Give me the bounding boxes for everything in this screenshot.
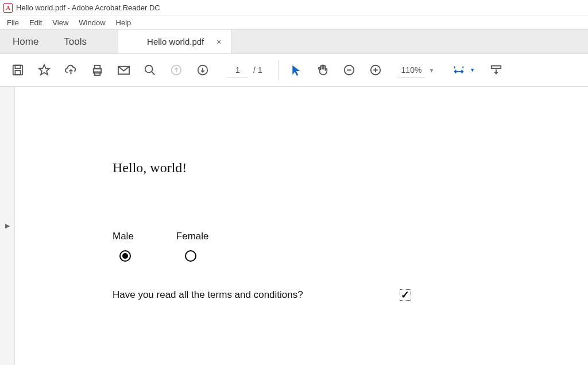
terms-checkbox[interactable]: ✓ — [400, 289, 411, 301]
zoom-level[interactable]: 110% — [398, 63, 425, 77]
svg-rect-17 — [492, 66, 501, 69]
window-title: Hello world.pdf - Adobe Acrobat Reader D… — [16, 3, 160, 12]
page-total-label: / 1 — [252, 65, 264, 75]
radio-male-label: Male — [113, 231, 134, 242]
hand-tool-icon[interactable] — [311, 58, 335, 82]
fit-dropdown-icon[interactable]: ▼ — [470, 67, 475, 73]
zoom-out-icon[interactable] — [337, 58, 361, 82]
menu-edit[interactable]: Edit — [25, 17, 47, 28]
pdf-page[interactable]: Hello, world! Male Female Have you read … — [15, 87, 588, 365]
tab-document[interactable]: Hello world.pdf × — [118, 30, 232, 53]
navigation-pane-toggle[interactable]: ▶ — [0, 87, 15, 365]
zoom-in-icon[interactable] — [363, 58, 388, 82]
chevron-right-icon: ▶ — [5, 222, 10, 230]
cloud-upload-icon[interactable] — [59, 58, 83, 82]
radio-male[interactable] — [119, 250, 131, 262]
svg-marker-3 — [39, 65, 49, 75]
fit-width-icon[interactable] — [447, 58, 471, 82]
radio-dot-icon — [122, 253, 128, 259]
svg-line-9 — [152, 72, 155, 75]
menu-file[interactable]: File — [2, 17, 24, 28]
save-icon[interactable] — [6, 58, 30, 82]
radio-female[interactable] — [185, 250, 196, 262]
toolbar: / 1 110% ▼ ▼ — [0, 54, 588, 87]
terms-label: Have you read all the terms and conditio… — [113, 289, 303, 301]
page-number-input[interactable] — [227, 63, 248, 77]
toolbar-separator — [278, 60, 278, 80]
svg-rect-2 — [15, 71, 20, 75]
tab-document-label: Hello world.pdf — [147, 37, 204, 46]
radio-buttons-row — [113, 250, 588, 262]
menu-bar: File Edit View Window Help — [0, 16, 588, 30]
svg-point-8 — [145, 65, 153, 73]
page-up-icon[interactable] — [164, 58, 188, 82]
star-icon[interactable] — [32, 58, 56, 82]
svg-rect-5 — [94, 65, 100, 68]
tab-home[interactable]: Home — [0, 30, 51, 53]
acrobat-app-icon: A — [3, 3, 13, 13]
print-icon[interactable] — [85, 58, 109, 82]
find-icon[interactable] — [138, 58, 162, 82]
page-down-icon[interactable] — [191, 58, 215, 82]
radio-female-label: Female — [176, 231, 209, 242]
document-area: ▶ Hello, world! Male Female Have you rea… — [0, 87, 588, 365]
menu-help[interactable]: Help — [111, 17, 136, 28]
mail-icon[interactable] — [111, 58, 136, 82]
selection-tool-icon[interactable] — [284, 58, 308, 82]
read-mode-icon[interactable] — [484, 58, 508, 82]
title-bar: A Hello world.pdf - Adobe Acrobat Reader… — [0, 0, 588, 16]
zoom-dropdown-icon[interactable]: ▼ — [428, 67, 434, 73]
radio-labels-row: Male Female — [113, 231, 588, 242]
svg-rect-1 — [15, 65, 20, 69]
close-icon[interactable]: × — [216, 37, 221, 46]
tab-tools[interactable]: Tools — [51, 30, 99, 53]
terms-row: Have you read all the terms and conditio… — [113, 289, 588, 301]
tab-bar: Home Tools Hello world.pdf × — [0, 30, 588, 54]
pdf-heading: Hello, world! — [113, 160, 588, 176]
menu-window[interactable]: Window — [74, 17, 110, 28]
menu-view[interactable]: View — [48, 17, 73, 28]
